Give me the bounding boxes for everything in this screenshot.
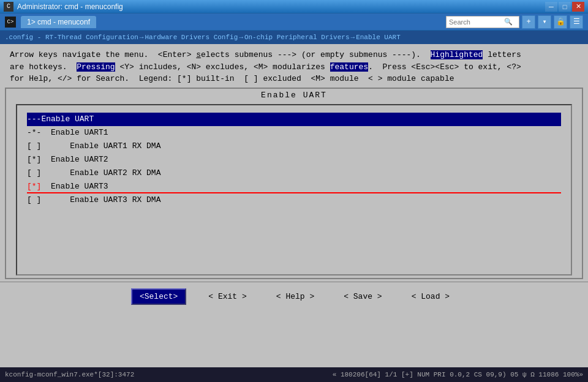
red-underline [27, 192, 561, 193]
item-label-5: Enable UART3 [41, 180, 108, 193]
save-button[interactable]: < Save > [336, 290, 389, 304]
breadcrumb-sep-1: → [140, 34, 144, 41]
exit-button[interactable]: < Exit > [201, 290, 254, 304]
breadcrumb-onchip: On-chip Peripheral Drivers [244, 34, 350, 41]
menu-item-uart3-rx-dma[interactable]: [ ] Enable UART3 RX DMA [27, 193, 561, 207]
item-bracket-3: [*] [27, 153, 41, 167]
search-input[interactable] [449, 18, 504, 26]
close-button[interactable]: ✕ [572, 2, 584, 12]
item-bracket-5: [*] [27, 180, 41, 193]
main-content: Arrow keys navigate the menu. <Enter> se… [0, 44, 588, 367]
item-label-4: Enable UART2 RX DMA [41, 167, 160, 180]
menu-button[interactable]: ☰ [570, 15, 583, 29]
breadcrumb-uart: Enable UART [356, 34, 401, 41]
select-button[interactable]: <Select> [131, 288, 186, 305]
lock-button[interactable]: 🔒 [554, 15, 567, 29]
window-controls[interactable]: ─ □ ✕ [545, 2, 584, 12]
breadcrumb-bar: .config - RT-Thread Configuration → Hard… [0, 31, 588, 44]
minimize-button[interactable]: ─ [545, 2, 557, 12]
item-label-0: Enable UART [41, 113, 94, 126]
menu-item-uart1-rx-dma[interactable]: [ ] Enable UART1 RX DMA [27, 140, 561, 153]
item-bracket-6: [ ] [27, 193, 41, 207]
item-bracket-open-2: [ ] [27, 140, 41, 153]
item-label-2: Enable UART1 RX DMA [41, 140, 160, 153]
item-label-6: Enable UART3 RX DMA [41, 193, 160, 207]
status-right: « 180206[64] 1/1 [+] NUM PRI 0.0,2 CS 09… [333, 371, 583, 378]
breadcrumb-sep-3: → [351, 34, 355, 41]
dropdown-button[interactable]: ▾ [538, 15, 551, 29]
menu-box[interactable]: --- Enable UART -*- Enable UART1 [ ] Ena… [16, 104, 572, 275]
item-label-3: Enable UART2 [41, 153, 108, 167]
menu-items: --- Enable UART -*- Enable UART1 [ ] Ena… [27, 113, 561, 208]
menu-item-uart2[interactable]: [*] Enable UART2 [27, 153, 561, 167]
menu-item-uart3[interactable]: [*] Enable UART3 [27, 180, 561, 193]
item-bracket-4: [ ] [27, 167, 41, 180]
window-icon: C [4, 2, 13, 12]
menu-item-uart1[interactable]: -*- Enable UART1 [27, 126, 561, 140]
tab-cmd-icon: C> [5, 17, 16, 28]
menuconfig-outer: Enable UART --- Enable UART -*- Enable U… [5, 88, 583, 279]
tab-label: 1> cmd - menuconf [27, 18, 90, 26]
bottom-buttons: <Select> < Exit > < Help > < Save > < Lo… [0, 282, 588, 311]
item-label-1: Enable UART1 [41, 126, 108, 140]
help-line-3: for Help, </> for Search. Legend: [*] bu… [10, 73, 578, 85]
tab-bar: C> 1> cmd - menuconf 🔍 + ▾ 🔒 ☰ [0, 13, 588, 31]
tab-cmd-menuconf[interactable]: 1> cmd - menuconf [21, 16, 96, 28]
status-bar: kconfig-mconf_win7.exe*[32]:3472 « 18020… [0, 367, 588, 382]
search-box[interactable]: 🔍 [446, 16, 519, 28]
help-button[interactable]: < Help > [269, 290, 322, 304]
load-button[interactable]: < Load > [404, 290, 457, 304]
breadcrumb-hw: Hardware Drivers Config [145, 34, 238, 41]
menu-title: Enable UART [6, 89, 582, 102]
breadcrumb-sep-2: → [239, 34, 243, 41]
item-prefix-1: -*- [27, 126, 41, 140]
help-line-1: Arrow keys navigate the menu. <Enter> se… [10, 49, 578, 61]
help-line-2: are hotkeys. Pressing <Y> includes, <N> … [10, 61, 578, 73]
add-tab-button[interactable]: + [522, 15, 535, 29]
item-prefix-0: --- [27, 113, 41, 126]
menu-item-uart2-rx-dma[interactable]: [ ] Enable UART2 RX DMA [27, 167, 561, 180]
search-icon[interactable]: 🔍 [504, 18, 513, 26]
help-text: Arrow keys navigate the menu. <Enter> se… [0, 44, 588, 88]
window-title: Administrator: cmd - menuconfig [17, 2, 123, 11]
status-left: kconfig-mconf_win7.exe*[32]:3472 [5, 371, 134, 378]
maximize-button[interactable]: □ [559, 2, 571, 12]
title-bar: C Administrator: cmd - menuconfig ─ □ ✕ [0, 0, 588, 13]
breadcrumb-config: .config - RT-Thread Configuration [5, 34, 138, 41]
menu-item-enable-uart[interactable]: --- Enable UART [27, 113, 561, 126]
